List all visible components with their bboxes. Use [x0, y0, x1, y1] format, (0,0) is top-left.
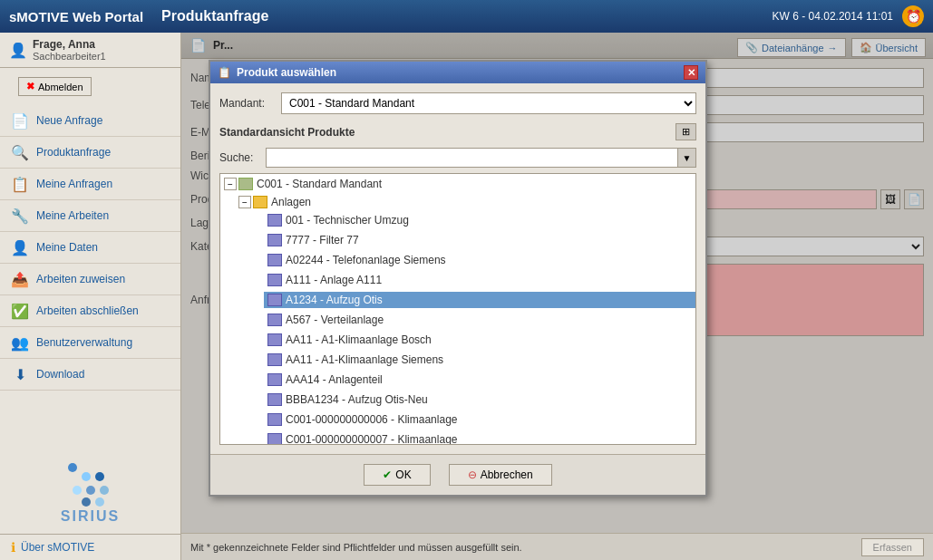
- cancel-icon: ⊖: [468, 468, 477, 481]
- search-input-wrap: ▼: [266, 148, 696, 168]
- item-icon-4: [267, 294, 282, 306]
- user-mgmt-icon: 👥: [11, 333, 29, 352]
- section-header: Standardansicht Produkte ⊞: [219, 123, 696, 140]
- list-icon: 📋: [11, 175, 29, 193]
- logout-button[interactable]: ✖ Abmelden: [18, 77, 92, 96]
- main-layout: 👤 Frage, Anna Sachbearbeiter1 ✖ Abmelden…: [0, 33, 933, 560]
- erfassen-button[interactable]: Erfassen: [861, 538, 924, 556]
- tree-root-icon: [238, 178, 253, 190]
- tree-item-content-4[interactable]: A1234 - Aufzug Otis: [264, 292, 695, 308]
- tree-item-content-6[interactable]: AA11 - A1-Klimaanlage Bosch: [264, 332, 695, 348]
- tree-item-label-4: A1234 - Aufzug Otis: [286, 294, 383, 306]
- sidebar-label-produktanfrage: Produktanfrage: [36, 146, 111, 159]
- modal-title: Produkt auswählen: [237, 66, 336, 79]
- ok-label: OK: [395, 468, 411, 481]
- item-icon-2: [267, 254, 282, 266]
- grid-icon: ⊞: [682, 126, 690, 138]
- person-icon: 👤: [11, 238, 29, 256]
- sidebar-item-produktanfrage[interactable]: 🔍 Produktanfrage: [0, 137, 180, 169]
- tree-children: 001 - Technischer Umzug 7777 - Filter 77: [264, 210, 695, 445]
- cancel-button[interactable]: ⊖ Abbrechen: [449, 464, 552, 486]
- work-icon: 🔧: [11, 207, 29, 225]
- tree-anlagen-label: Anlagen: [271, 196, 311, 208]
- tree-item-label-3: A111 - Anlage A111: [286, 274, 382, 286]
- tree-container[interactable]: − C001 - Standard Mandant − Anlagen: [219, 173, 696, 445]
- clock-icon[interactable]: ⏰: [902, 5, 924, 27]
- sidebar-item-benutzerverwaltung[interactable]: 👥 Benutzerverwaltung: [0, 327, 180, 359]
- header-date: KW 6 - 04.02.2014 11:01: [773, 10, 893, 23]
- item-icon-0: [267, 214, 282, 227]
- sidebar-item-meine-daten[interactable]: 👤 Meine Daten: [0, 232, 180, 264]
- doc-icon: 📄: [11, 111, 29, 130]
- item-icon-10: [267, 413, 282, 426]
- sidebar-item-meine-anfragen[interactable]: 📋 Meine Anfragen: [0, 169, 180, 200]
- tree-root-content[interactable]: − C001 - Standard Mandant: [220, 176, 695, 192]
- logout-label: Abmelden: [38, 82, 83, 92]
- tree-item-content-2[interactable]: A02244 - Telefonanlage Siemens: [264, 252, 695, 268]
- tree-item-content-5[interactable]: A567 - Verteilanlage: [264, 312, 695, 328]
- item-icon-6: [267, 333, 282, 346]
- tree-item-6: AA11 - A1-Klimaanlage Bosch: [264, 330, 695, 350]
- item-icon-9: [267, 393, 282, 406]
- sidebar-item-arbeiten-zuweisen[interactable]: 📤 Arbeiten zuweisen: [0, 264, 180, 295]
- header: sMOTIVE Web Portal Produktanfrage KW 6 -…: [0, 0, 933, 33]
- search-dropdown-button[interactable]: ▼: [678, 148, 696, 168]
- tree-anlagen-content[interactable]: − Anlagen: [235, 194, 695, 210]
- tree-item-8: AAA14 - Anlagenteil: [264, 370, 695, 390]
- search-input[interactable]: [266, 148, 678, 168]
- tree-item-11: C001-000000000007 - Klimaanlage: [264, 430, 695, 445]
- tree-toggle-root[interactable]: −: [224, 178, 237, 190]
- tree-item-label-6: AA11 - A1-Klimaanlage Bosch: [286, 333, 432, 346]
- sidebar-item-download[interactable]: ⬇ Download: [0, 359, 180, 391]
- tree-item-label-1: 7777 - Filter 77: [286, 234, 359, 246]
- mandant-row: Mandant: C001 - Standard Mandant: [219, 92, 696, 114]
- sidebar-label-benutzerverwaltung: Benutzerverwaltung: [36, 336, 132, 349]
- user-icon: 👤: [9, 42, 27, 59]
- tree-item-7: AA11 - A1-Klimaanlage Siemens: [264, 350, 695, 370]
- tree-item-content-7[interactable]: AA11 - A1-Klimaanlage Siemens: [264, 352, 695, 368]
- cancel-label: Abbrechen: [481, 468, 533, 481]
- content-area: 📄 Pr... 📎 Dateianhänge → 🏠 Übersicht Nam…: [181, 33, 933, 560]
- about-smotive-link[interactable]: ℹ Über sMOTIVE: [0, 534, 180, 560]
- sidebar-item-neue-anfrage[interactable]: 📄 Neue Anfrage: [0, 105, 180, 137]
- tree-item-content-11[interactable]: C001-000000000007 - Klimaanlage: [264, 431, 695, 445]
- user-name: Frage, Anna: [33, 38, 106, 51]
- tree-toggle-anlagen[interactable]: −: [238, 196, 251, 208]
- tree-item-label-11: C001-000000000007 - Klimaanlage: [286, 433, 457, 445]
- modal-close-button[interactable]: ✕: [684, 65, 698, 80]
- section-view-button[interactable]: ⊞: [675, 123, 696, 140]
- tree-item-label-5: A567 - Verteilanlage: [286, 314, 384, 326]
- tree-item-3: A111 - Anlage A111: [264, 270, 695, 290]
- user-role: Sachbearbeiter1: [33, 51, 106, 62]
- mandant-select[interactable]: C001 - Standard Mandant: [281, 92, 696, 114]
- search-label: Suche:: [219, 151, 260, 164]
- item-icon-5: [267, 314, 282, 326]
- tree-item-content-1[interactable]: 7777 - Filter 77: [264, 232, 695, 248]
- item-icon-3: [267, 274, 282, 286]
- search-icon: 🔍: [11, 143, 29, 161]
- sidebar-item-arbeiten-abschliessen[interactable]: ✅ Arbeiten abschließen: [0, 295, 180, 327]
- page-title: Produktanfrage: [161, 8, 772, 24]
- tree-item-label-10: C001-000000000006 - Klimaanlage: [286, 413, 457, 426]
- complete-icon: ✅: [11, 302, 29, 320]
- sidebar-label-meine-daten: Meine Daten: [36, 241, 98, 254]
- tree-node-root: − C001 - Standard Mandant − Anlagen: [220, 174, 695, 445]
- item-icon-11: [267, 433, 282, 445]
- sidebar-label-download: Download: [36, 368, 84, 381]
- sirius-logo-area: SIRIUS: [0, 454, 180, 534]
- tree-item-1: 7777 - Filter 77: [264, 230, 695, 250]
- ok-button[interactable]: ✔ OK: [364, 464, 430, 486]
- tree-item-content-8[interactable]: AAA14 - Anlagenteil: [264, 372, 695, 388]
- tree-item-content-0[interactable]: 001 - Technischer Umzug: [264, 212, 695, 228]
- user-info: 👤 Frage, Anna Sachbearbeiter1: [0, 33, 180, 68]
- sidebar-item-meine-arbeiten[interactable]: 🔧 Meine Arbeiten: [0, 200, 180, 232]
- tree-item-label-8: AAA14 - Anlagenteil: [286, 373, 383, 386]
- tree-item-10: C001-000000000006 - Klimaanlage: [264, 410, 695, 430]
- section-title: Standardansicht Produkte: [219, 126, 355, 139]
- sidebar: 👤 Frage, Anna Sachbearbeiter1 ✖ Abmelden…: [0, 33, 181, 560]
- tree-item-content-9[interactable]: BBBA1234 - Aufzug Otis-Neu: [264, 391, 695, 408]
- about-label: Über sMOTIVE: [21, 541, 94, 554]
- tree-item-content-3[interactable]: A111 - Anlage A111: [264, 272, 695, 288]
- tree-item-content-10[interactable]: C001-000000000006 - Klimaanlage: [264, 411, 695, 428]
- sidebar-label-meine-anfragen: Meine Anfragen: [36, 178, 112, 190]
